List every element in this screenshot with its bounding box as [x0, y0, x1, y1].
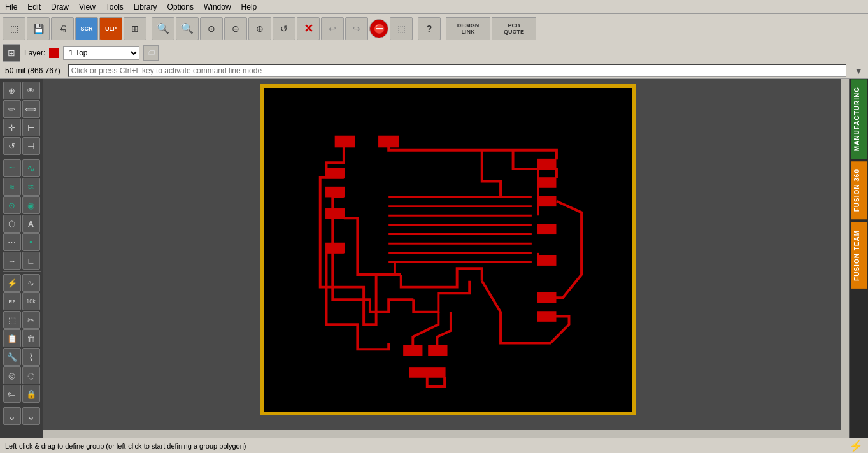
smash-tool[interactable]: ⊢: [22, 119, 40, 136]
scroll-down-button[interactable]: ⌄: [3, 407, 21, 425]
component2-label: 10k: [26, 298, 36, 305]
ulp-button[interactable]: ULP: [99, 17, 122, 40]
zoom-out-button[interactable]: 🔍: [152, 17, 174, 40]
pad5: [327, 210, 344, 219]
pcb-quote-button[interactable]: PCB QUOTE: [492, 17, 536, 40]
pad-b2: [429, 346, 446, 355]
grid-button[interactable]: ⊞: [3, 44, 20, 62]
component-tool[interactable]: R2: [3, 292, 21, 310]
redo-button[interactable]: ↪: [345, 17, 368, 40]
zoom-fit-button[interactable]: ⊙: [200, 17, 223, 40]
undo-arrow-button[interactable]: ↺: [273, 17, 295, 40]
component2-tool[interactable]: 10k: [22, 292, 40, 310]
dropdown-arrow[interactable]: ▼: [854, 66, 863, 76]
undo-button[interactable]: ↩: [321, 17, 344, 40]
bus-tool[interactable]: ≈: [3, 178, 21, 196]
menu-library[interactable]: Library: [129, 1, 162, 13]
pcb-canvas[interactable]: [260, 84, 636, 415]
measure-tool[interactable]: ⊣: [22, 137, 40, 155]
design-link-label2: LINK: [462, 29, 475, 35]
menu-edit[interactable]: Edit: [22, 1, 46, 13]
menu-options[interactable]: Options: [162, 1, 199, 13]
move-tool[interactable]: ✛: [3, 119, 21, 136]
text-tool[interactable]: A: [22, 215, 40, 233]
toolbar-separator-1: [3, 157, 41, 157]
rotate-tool[interactable]: ↺: [3, 137, 21, 155]
manufacturing-tab[interactable]: MANUFACTURING: [851, 79, 867, 159]
pad-r3: [538, 197, 555, 206]
wire2-tool[interactable]: ∿: [22, 159, 40, 177]
menu-file[interactable]: File: [0, 1, 22, 13]
menu-view[interactable]: View: [74, 1, 101, 13]
copy2-tool[interactable]: ⬚: [3, 311, 21, 329]
pad4: [327, 187, 344, 196]
right-sidebar: MANUFACTURING FUSION 360 FUSION TEAM: [849, 79, 868, 438]
pcb-quote-label2: QUOTE: [504, 29, 524, 35]
zoom-in-button[interactable]: 🔍: [176, 17, 199, 40]
coordinates-display: 50 mil (866 767): [5, 66, 60, 75]
delete-tool[interactable]: 🗑: [22, 329, 40, 347]
horizontal-scrollbar[interactable]: [43, 430, 849, 438]
drc-button[interactable]: ✕: [297, 17, 320, 40]
zoom-out2-button[interactable]: ⊖: [224, 17, 247, 40]
print-button[interactable]: 🖨: [51, 17, 74, 40]
menu-tools[interactable]: Tools: [101, 1, 129, 13]
cut-tool[interactable]: ✂: [22, 311, 40, 329]
menu-window[interactable]: Window: [199, 1, 236, 13]
pad-r5: [538, 256, 555, 265]
vertical-scrollbar[interactable]: [841, 79, 849, 430]
paste-tool[interactable]: 📋: [3, 329, 21, 347]
menu-draw[interactable]: Draw: [46, 1, 74, 13]
command-input[interactable]: [68, 64, 846, 77]
junction-tool[interactable]: •: [22, 233, 40, 251]
arrow-tool[interactable]: →: [3, 252, 21, 270]
help-button[interactable]: ?: [418, 17, 441, 40]
select-button[interactable]: ⬚: [3, 17, 25, 40]
view-tool[interactable]: 👁: [22, 82, 40, 99]
design-link-button[interactable]: DESIGN LINK: [446, 17, 490, 40]
radial2-tool[interactable]: ◌: [22, 366, 40, 384]
toolbar-separator-3: [3, 405, 41, 405]
copy-button[interactable]: ⊞: [124, 17, 146, 40]
save-button[interactable]: 💾: [27, 17, 50, 40]
via-tool[interactable]: ⊙: [3, 196, 21, 214]
pad-r4: [538, 225, 555, 234]
mirror-tool[interactable]: ⟺: [22, 100, 40, 118]
pcb-border: [260, 84, 636, 415]
crosshair-tool[interactable]: ⊕: [3, 82, 21, 99]
menu-help[interactable]: Help: [236, 1, 262, 13]
layer-selector-row: ⊞ Layer: 1 Top 2 Route2 15 Route15 16 Bo…: [0, 43, 868, 62]
signal-tool[interactable]: ⚡: [3, 274, 21, 292]
edit-tool[interactable]: ✏: [3, 100, 21, 118]
wrench-tool[interactable]: 🔧: [3, 348, 21, 366]
unknown-btn[interactable]: ⬚: [390, 17, 413, 40]
pad1: [336, 136, 354, 147]
pad-b3: [410, 368, 445, 377]
layer-color-swatch: [49, 48, 59, 58]
script-button[interactable]: SCR: [75, 17, 98, 40]
bus2-tool[interactable]: ≋: [22, 178, 40, 196]
main-toolbar: ⬚ 💾 🖨 SCR ULP ⊞ 🔍 🔍 ⊙ ⊖ ⊕ ↺ ✕ ↩ ↪ ⛔ ⬚ ? …: [0, 14, 868, 43]
pad-tool[interactable]: ◉: [22, 196, 40, 214]
wire-tool[interactable]: ~: [3, 159, 21, 177]
left-toolbar: ⊕ 👁 ✏ ⟺ ✛ ⊢ ↺ ⊣ ~ ∿ ≈ ≋ ⊙ ◉ ⬡ A: [0, 79, 43, 438]
polygon-tool[interactable]: ⬡: [3, 215, 21, 233]
radial-tool[interactable]: ◎: [3, 366, 21, 384]
tag-button[interactable]: 🏷: [143, 45, 159, 61]
lock-tool[interactable]: 🔒: [22, 385, 40, 403]
scroll-down2-button[interactable]: ⌄: [22, 407, 40, 425]
wave-tool[interactable]: ∿: [22, 274, 40, 292]
grid-icon: ⊞: [8, 48, 15, 58]
tag-tool[interactable]: 🏷: [3, 385, 21, 403]
canvas-area[interactable]: [43, 79, 849, 438]
zoom-area-button[interactable]: ⊕: [248, 17, 271, 40]
pad3: [327, 169, 344, 178]
layer-dropdown[interactable]: 1 Top 2 Route2 15 Route15 16 Bottom 17 P…: [63, 46, 139, 60]
stop-button[interactable]: ⛔: [369, 19, 388, 38]
solder-tool[interactable]: ⌇: [22, 348, 40, 366]
net-tool[interactable]: ⋯: [3, 233, 21, 251]
fusion-team-tab[interactable]: FUSION TEAM: [851, 222, 867, 289]
connection-indicator: ⚡: [849, 439, 863, 453]
angle-tool[interactable]: ∟: [22, 252, 40, 270]
fusion360-tab[interactable]: FUSION 360: [851, 161, 867, 219]
